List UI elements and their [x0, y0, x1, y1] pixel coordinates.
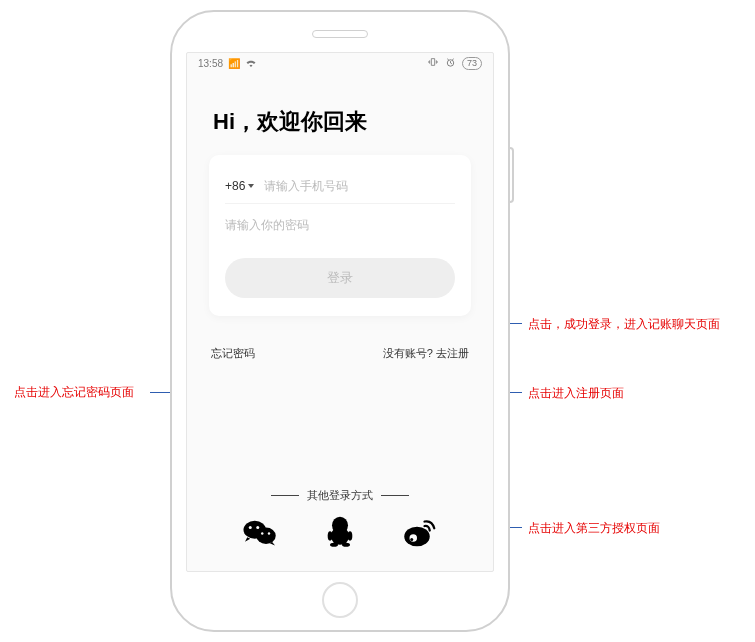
phone-speaker	[312, 30, 368, 38]
signal-icon: 📶	[228, 58, 240, 69]
other-login-section: 其他登录方式	[187, 488, 493, 547]
phone-row: +86	[225, 169, 455, 204]
forgot-password-link[interactable]: 忘记密码	[211, 346, 255, 361]
password-row	[225, 208, 455, 242]
svg-point-4	[256, 526, 259, 529]
svg-point-10	[342, 543, 350, 547]
qq-icon[interactable]	[322, 517, 358, 547]
svg-point-15	[410, 538, 413, 541]
svg-point-3	[249, 526, 252, 529]
annotation-register: 点击进入注册页面	[528, 385, 624, 402]
login-card: +86 登录	[209, 155, 471, 316]
wechat-icon[interactable]	[242, 517, 278, 547]
phone-side-button	[510, 147, 514, 203]
status-right: 73	[426, 57, 483, 70]
annotation-login: 点击，成功登录，进入记账聊天页面	[528, 316, 720, 333]
phone-input[interactable]	[264, 179, 455, 193]
links-row: 忘记密码 没有账号? 去注册	[209, 346, 471, 361]
content: Hi，欢迎你回来 +86 登录 忘记密码 没有账号?	[187, 73, 493, 361]
svg-point-5	[261, 532, 263, 534]
home-button	[322, 582, 358, 618]
register-group: 没有账号? 去注册	[383, 346, 469, 361]
wifi-icon	[245, 58, 257, 69]
annotation-weibo: 点击进入第三方授权页面	[528, 520, 660, 537]
svg-point-13	[404, 527, 430, 547]
other-login-title: 其他登录方式	[187, 488, 493, 503]
country-code-text: +86	[225, 179, 245, 193]
country-code-selector[interactable]: +86	[225, 179, 254, 193]
svg-point-11	[328, 531, 333, 540]
svg-point-2	[256, 528, 276, 545]
alarm-icon	[445, 57, 456, 70]
battery-indicator: 73	[462, 57, 482, 70]
svg-point-9	[330, 543, 338, 547]
register-link[interactable]: 去注册	[436, 347, 469, 359]
login-button[interactable]: 登录	[225, 258, 455, 298]
screen: 13:58 📶 73 Hi，欢迎你回来	[186, 52, 494, 572]
svg-point-8	[331, 527, 350, 544]
page-title: Hi，欢迎你回来	[213, 107, 471, 137]
phone-frame: 13:58 📶 73 Hi，欢迎你回来	[170, 10, 510, 632]
svg-point-6	[268, 532, 270, 534]
svg-point-14	[410, 534, 418, 542]
status-time: 13:58	[198, 58, 223, 69]
weibo-icon[interactable]	[402, 517, 438, 547]
other-login-label: 其他登录方式	[307, 488, 373, 503]
vibrate-icon	[427, 57, 439, 69]
social-row	[187, 517, 493, 547]
status-bar: 13:58 📶 73	[187, 53, 493, 73]
annotation-forgot: 点击进入忘记密码页面	[14, 384, 134, 401]
no-account-text: 没有账号?	[383, 347, 433, 359]
password-input[interactable]	[225, 218, 455, 232]
status-left: 13:58 📶	[197, 57, 258, 69]
chevron-down-icon	[248, 184, 254, 188]
svg-point-12	[348, 531, 353, 540]
